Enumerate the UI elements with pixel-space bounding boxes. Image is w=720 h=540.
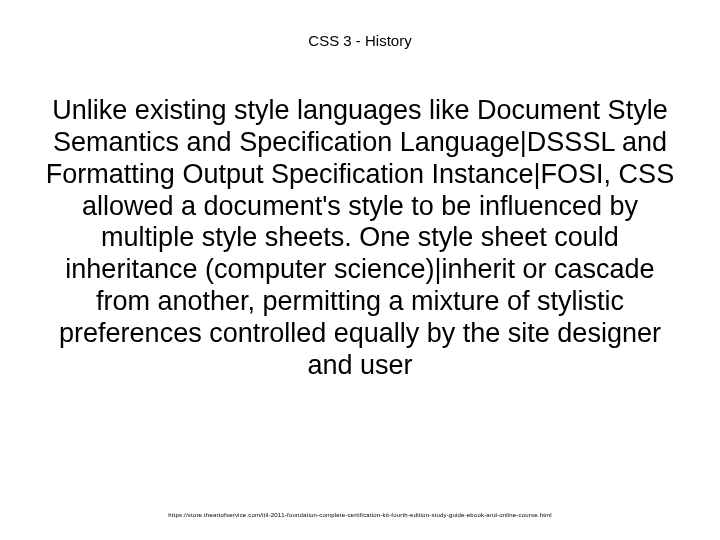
slide-footer-url: https://store.theartofservice.com/itil-2… [0,512,720,518]
slide-title: CSS 3 - History [0,32,720,49]
slide: CSS 3 - History Unlike existing style la… [0,0,720,540]
slide-body-text: Unlike existing style languages like Doc… [45,95,675,382]
